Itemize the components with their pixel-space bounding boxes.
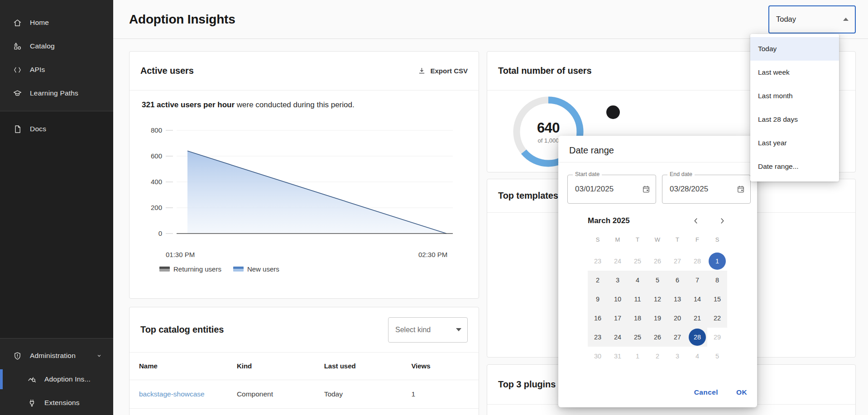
calendar-day-cell[interactable]: 1 xyxy=(628,347,647,366)
calendar-day-cell[interactable]: 9 xyxy=(588,290,608,309)
entity-link[interactable]: backstage-showcase xyxy=(139,390,205,398)
legend-label: Returning users xyxy=(173,265,221,273)
calendar-day-cell[interactable]: 23 xyxy=(588,252,608,271)
sidebar-item-docs[interactable]: Docs xyxy=(0,117,113,141)
calendar-day-cell[interactable]: 10 xyxy=(608,290,628,309)
menu-item-last-month[interactable]: Last month xyxy=(750,84,839,108)
export-csv-label: Export CSV xyxy=(430,67,468,75)
calendar-icon[interactable] xyxy=(736,185,745,194)
ok-button[interactable]: OK xyxy=(736,388,747,396)
calendar-day-cell[interactable]: 12 xyxy=(647,290,667,309)
next-month-button[interactable] xyxy=(717,216,727,226)
sidebar-item-adoption-ins[interactable]: Adoption Ins... xyxy=(0,367,113,391)
legend-swatch xyxy=(159,267,170,272)
menu-item-last-year[interactable]: Last year xyxy=(750,131,839,155)
entity-kind-cell: Component xyxy=(227,380,315,408)
calendar-day-cell[interactable]: 7 xyxy=(687,271,707,290)
area-chart: 8006004002000 01:30 PM 02:30 PM Returnin… xyxy=(140,117,468,273)
end-date-field[interactable]: End date 03/28/2025 xyxy=(662,175,751,204)
calendar-day-cell[interactable]: 22 xyxy=(707,309,727,328)
calendar-day-cell[interactable]: 1 xyxy=(707,252,727,271)
select-kind-dropdown[interactable]: Select kind xyxy=(388,317,468,343)
period-select[interactable]: Today xyxy=(768,5,856,33)
calendar-day-cell[interactable]: 13 xyxy=(667,290,687,309)
sidebar-item-label: Extensions xyxy=(44,399,80,407)
prev-month-button[interactable] xyxy=(691,216,701,226)
calendar-day-cell[interactable]: 5 xyxy=(707,347,727,366)
calendar-day-cell[interactable]: 28 xyxy=(687,252,707,271)
calendar-day-cell[interactable]: 26 xyxy=(647,252,667,271)
calendar-day: 29 xyxy=(709,329,726,346)
export-csv-button[interactable]: Export CSV xyxy=(417,67,468,75)
calendar-day: 7 xyxy=(689,272,706,289)
calendar-day: 31 xyxy=(609,348,626,365)
calendar-day-cell[interactable]: 2 xyxy=(647,347,667,366)
table-row[interactable]: backstage-showcaseComponentToday1 xyxy=(129,380,479,408)
calendar-day-cell[interactable]: 26 xyxy=(647,328,667,347)
legend-item-returning-users[interactable]: Returning users xyxy=(159,265,221,273)
calendar-day: 9 xyxy=(589,291,606,308)
calendar-day-cell[interactable]: 21 xyxy=(687,309,707,328)
sidebar-item-home[interactable]: Home xyxy=(0,11,113,34)
calendar-day-cell[interactable]: 16 xyxy=(588,309,608,328)
sidebar-item-label: APIs xyxy=(30,66,45,74)
menu-item-last-week[interactable]: Last week xyxy=(750,61,839,84)
calendar-day-cell[interactable]: 17 xyxy=(608,309,628,328)
calendar-day-cell[interactable]: 6 xyxy=(667,271,687,290)
calendar-day-cell[interactable]: 4 xyxy=(687,347,707,366)
calendar-day: 3 xyxy=(609,272,626,289)
cancel-button[interactable]: Cancel xyxy=(694,388,718,396)
calendar-day-cell[interactable]: 31 xyxy=(608,347,628,366)
calendar-month-label: March 2025 xyxy=(588,216,630,225)
calendar-day-cell[interactable]: 4 xyxy=(628,271,647,290)
calendar-day-cell[interactable]: 11 xyxy=(628,290,647,309)
catalog-icon xyxy=(13,42,22,51)
left-column: Active users Export CSV 321 active users… xyxy=(129,51,479,415)
calendar-day-cell[interactable]: 14 xyxy=(687,290,707,309)
calendar-day-cell[interactable]: 27 xyxy=(667,252,687,271)
calendar-icon[interactable] xyxy=(642,185,651,194)
sidebar-item-learning-paths[interactable]: Learning Paths xyxy=(0,81,113,105)
summary-bold: 321 active users per hour xyxy=(142,100,235,109)
calendar-day-cell[interactable]: 15 xyxy=(707,290,727,309)
sidebar-item-apis[interactable]: APIs xyxy=(0,58,113,81)
sidebar-item-catalog[interactable]: Catalog xyxy=(0,34,113,58)
calendar-day-cell[interactable]: 29 xyxy=(707,328,727,347)
menu-item-today[interactable]: Today xyxy=(750,37,839,61)
calendar-day-cell[interactable]: 25 xyxy=(628,252,647,271)
weekday-label: S xyxy=(588,236,608,243)
catalog-card-title: Top catalog entities xyxy=(140,324,224,335)
calendar-day-cell[interactable]: 18 xyxy=(628,309,647,328)
calendar-day-cell[interactable]: 8 xyxy=(707,271,727,290)
top-templates-title: Top templates xyxy=(498,191,558,201)
calendar-day: 25 xyxy=(629,329,646,346)
calendar-day-cell[interactable]: 20 xyxy=(667,309,687,328)
start-date-field[interactable]: Start date 03/01/2025 xyxy=(567,175,656,204)
calendar-day-cell[interactable]: 2 xyxy=(588,271,608,290)
calendar-day-cell[interactable]: 3 xyxy=(667,347,687,366)
calendar-day-cell[interactable]: 23 xyxy=(588,328,608,347)
calendar-day: 23 xyxy=(589,253,606,270)
calendar-week-row: 23242526272829 xyxy=(588,328,727,347)
weekday-label: S xyxy=(707,236,727,243)
calendar-day-cell[interactable]: 19 xyxy=(647,309,667,328)
calendar-day: 14 xyxy=(689,291,706,308)
sidebar-item-extensions[interactable]: Extensions xyxy=(0,391,113,415)
calendar-day-cell[interactable]: 5 xyxy=(647,271,667,290)
calendar-day-cell[interactable]: 25 xyxy=(628,328,647,347)
calendar-day-cell[interactable]: 24 xyxy=(608,328,628,347)
calendar-day-cell[interactable]: 30 xyxy=(588,347,608,366)
calendar-day-cell[interactable]: 3 xyxy=(608,271,628,290)
menu-item-date-range[interactable]: Date range... xyxy=(750,155,839,178)
calendar-day-cell[interactable]: 28 xyxy=(687,328,707,347)
legend-item-new-users[interactable]: New users xyxy=(233,265,279,273)
calendar-day-cell[interactable]: 27 xyxy=(667,328,687,347)
calendar-day-cell[interactable]: 24 xyxy=(608,252,628,271)
calendar-day: 23 xyxy=(589,329,606,346)
sidebar-item-administration[interactable]: Administration xyxy=(0,344,113,367)
menu-item-last-28-days[interactable]: Last 28 days xyxy=(750,108,839,131)
svg-text:200: 200 xyxy=(151,204,162,211)
area-chart-svg: 8006004002000 xyxy=(140,117,457,248)
catalog-card-header: Top catalog entities Select kind xyxy=(129,307,479,353)
summary-rest: were conducted during this period. xyxy=(235,100,355,109)
